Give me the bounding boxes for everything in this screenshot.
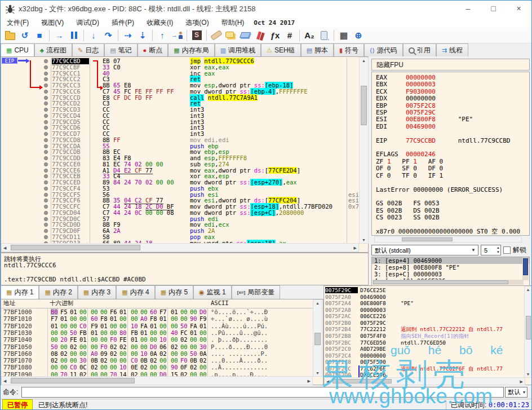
restart-icon[interactable]: ↺ [18,29,32,42]
dump-vscrollbar[interactable]: ▲ ▼ [313,299,322,377]
argument-row-1[interactable]: 1: [esp+4] 00469000 [372,257,529,264]
calculator-icon[interactable]: ▦ [337,29,351,42]
spinner-arrows-icon[interactable]: ▲▼ [496,245,500,254]
menu-item-2[interactable]: 视图(V) [35,18,70,28]
register-line-21[interactable]: CS 0023 SS 002B [376,214,529,221]
tab-脚本[interactable]: ▤脚本 [301,43,334,56]
breakpoint-dot[interactable] [44,211,48,215]
hide-fpu-button[interactable]: 隐藏FPU [371,59,530,70]
argument-row-2[interactable]: 2: [esp+8] 00E800F8 "PE" [372,264,529,271]
globe-icon[interactable]: ⊕ [352,29,365,42]
breakpoint-dot[interactable] [44,187,48,191]
arguments-hscrollbar[interactable] [373,280,524,285]
stack-hscrollbar[interactable]: ◀ ▶ [324,377,525,385]
dump-row-77BF1080[interactable]: 77BF10800000C00C020000100E020000900F0200… [1,364,312,371]
register-line-8[interactable]: EDI 00469000 [376,124,529,130]
dump-row-77BF1070[interactable]: 77BF1070020000300B020000C00B020000F00B02… [1,357,312,364]
breakpoint-dot[interactable] [44,156,48,160]
function-icon[interactable]: ƒx [268,29,282,42]
dump-row-77BF1050[interactable]: 77BF10505000020000F002020000D00602000030… [1,343,312,350]
script-s-icon[interactable]: S [190,29,203,42]
registers-hscrollbar[interactable] [374,236,522,243]
breakpoint-dot[interactable] [44,205,48,209]
breakpoint-dot[interactable] [44,229,48,233]
register-line-24[interactable]: x87r1 00000000000000000000 ST1 空 0.000 [376,235,529,236]
argument-count-stepper[interactable]: 5▲▼ [481,245,501,255]
pause-icon[interactable] [67,29,81,42]
stop-icon[interactable]: ■ [33,29,46,42]
tab-引用[interactable]: 引用 [403,43,436,56]
breakpoint-dot[interactable] [44,102,48,105]
breakpoint-dot[interactable] [44,193,48,197]
stack-row-0075F2CC[interactable]: 0075F2CC77C62F6F返回到 ntdll.77C62F6F 自 ntd… [324,365,524,372]
dump-row-77BF1040[interactable]: 77BF10400020FE010000F0FE0100001000020000… [1,336,312,343]
dump-row-77BF1020[interactable]: 77BF1020010000C0F901000010FA01000050FA01… [1,323,312,329]
register-line-17[interactable]: LastError 00000000 (ERROR_SUCCESS) [376,187,529,193]
breakpoint-dot[interactable] [44,77,48,81]
stack-row-0075F2C4[interactable]: 0075F2C400000000 [324,352,524,359]
argument-row-3[interactable]: 3: [esp+C] 00000003 [372,271,529,277]
menu-item-5[interactable]: 收藏夹(I) [140,18,179,28]
tab-日志[interactable]: ✎日志 [72,43,104,56]
close-button[interactable]: × [506,1,531,17]
breakpoint-dot[interactable] [44,162,48,166]
stack-row-0075F2BC[interactable]: 0075F2BC77C6ED50ntdll.77C6ED50 [324,340,524,346]
bottom-tab-5[interactable]: ▦内存 5 [155,285,193,299]
registers-list[interactable]: EAX 00000000EBX 00000003ECX F9030000EDX … [371,72,530,236]
trace-into-icon[interactable]: ⇢ [121,29,135,42]
tab-源代码[interactable]: ⟨⟩源代码 [364,43,403,56]
bottom-tab-4[interactable]: ▦内存 4 [116,285,154,299]
disasm-vscrollbar[interactable]: ▲ ▼ [359,57,369,244]
phone-icon[interactable] [317,29,331,42]
tab-断点[interactable]: ●断点 [138,43,169,56]
step-into-icon[interactable]: ↓ [87,29,100,42]
breakpoint-dot[interactable] [44,90,48,94]
tab-流程图[interactable]: ♣流程图 [34,43,72,56]
breakpoint-dot[interactable] [44,180,48,184]
breakpoint-dot[interactable] [44,235,48,239]
dump-hscrollbar[interactable]: ◀ ▶ [1,376,313,385]
stack-row-0075F2B4[interactable]: 0075F2B477C22212返回到 ntdll.77C22212 自 ntd… [324,326,524,332]
step-over-icon[interactable]: ↷ [101,29,115,42]
dump-row-77BF1010[interactable]: 77BF1010F701000060F8010000A0F801000090F9… [1,315,312,322]
stack-row-0075F2A8[interactable]: 0075F2A800000003 [324,307,524,313]
tab-内存布局[interactable]: ▦内存布局 [168,43,214,56]
dump-row-77BF1000[interactable]: 77BF1000B0F501000000F601000060F7010000D0… [1,308,312,315]
menu-item-4[interactable]: 插件(P) [105,18,140,28]
disasm-hscrollbar[interactable]: ◀ ▶ [1,243,359,252]
arguments-box[interactable]: 1: [esp+4] 004690002: [esp+8] 00E800F8 "… [371,257,530,286]
minimize-button[interactable]: – [455,1,481,17]
breakpoint-dot[interactable] [44,126,48,130]
run-to-user-code-icon[interactable]: → [170,29,184,42]
run-to-return-icon[interactable]: ↑ [156,29,169,42]
breakpoint-dot[interactable] [44,223,48,227]
open-file-icon[interactable] [3,29,17,42]
breakpoint-dot[interactable] [44,72,48,76]
stack-row-0075F29C[interactable]: 0075F29CD76CE25E [324,287,524,293]
dump-row-77BF1060[interactable]: 77BF106008020000A009020000100A020000500A… [1,350,312,357]
stack-row-0075F2A4[interactable]: 0075F2A400E800F8"PE" [324,300,524,306]
unlock-checkbox[interactable] [503,246,511,254]
tab-符号[interactable]: ▮符号 [334,43,364,56]
arguments-vscrollbar[interactable] [522,258,529,280]
stack-pane[interactable]: 0075F29CD76CE25E0075F2A0004690000075F2A4… [323,285,532,385]
calling-convention-select[interactable]: 默认 (stdcall)▼ [371,245,478,255]
register-line-10[interactable]: EIP 77C9CCBD ntdll.77C9CCBD [376,138,529,144]
breakpoint-dot[interactable] [44,217,48,221]
stack-vscrollbar[interactable]: ▲ ▼ [524,286,532,378]
stack-row-0075F2A0[interactable]: 0075F2A000469000 [324,294,524,300]
bottom-tab-2[interactable]: ▦内存 2 [39,285,77,299]
disassembly-pane[interactable]: 77C9CCBDEB 07jmp ntdll.77C9CCC677C9CCBF3… [1,56,369,253]
stack-row-0075F2B8[interactable]: 0075F2B80075F4F0指向SEH_Record[1]的指针 [324,333,524,339]
tab-线程[interactable]: ⇉线程 [436,43,468,56]
breakpoint-dot[interactable] [44,199,48,202]
encoding-icon[interactable]: A₂ [303,29,316,42]
hash-icon[interactable]: # [283,29,296,42]
breakpoint-dot[interactable] [44,150,48,154]
stack-row-0075F2B0[interactable]: 0075F2B00075F29C [324,320,524,326]
patch-icon[interactable] [210,29,223,42]
breakpoint-dot[interactable] [44,169,48,173]
tab-cpu[interactable]: ▦CPU [1,43,34,56]
run-icon[interactable]: → [52,29,66,42]
comment-icon[interactable] [224,29,238,42]
